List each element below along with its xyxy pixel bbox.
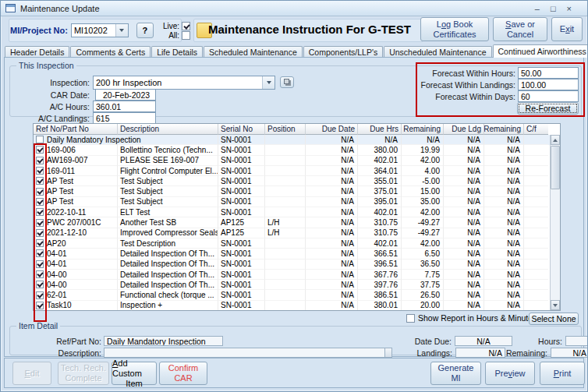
tab-components-llp-s[interactable]: Components/LLP's [303,46,383,58]
table-row[interactable]: AP TestTest SubjectSN-0001N/A375.0115.00… [34,186,550,196]
cell-rem_hrs: 37.75 [402,280,444,290]
scroll-down-icon[interactable] [551,300,560,310]
close-icon[interactable]: × [567,2,572,16]
print-button[interactable]: Print [540,362,585,385]
row-checkbox[interactable] [36,167,44,175]
restore-icon[interactable]: □ [551,2,556,16]
scrollbar-thumb[interactable] [551,146,560,189]
table-row[interactable]: PWC 207/001CAnother Test SBAP125L/HN/A31… [34,217,550,228]
row-checkbox[interactable] [36,177,44,185]
add-custom-item-button[interactable]: Add Custom Item [112,362,157,385]
column-header[interactable]: Ref No/Part No [34,124,118,135]
cell-serial: SN-0001 [218,186,265,196]
table-row[interactable]: Daily Mandatory InspectionSN-0001N/AN/AN… [34,135,550,145]
cell-serial: SN-0001 [218,207,265,217]
tab-scheduled-maintenance[interactable]: Scheduled Maintenance [204,46,303,58]
row-checkbox[interactable] [36,302,44,309]
cell-desc: Detailed Inspection Of Th... [118,249,218,259]
row-checkbox[interactable] [36,249,44,257]
description-expand-icon[interactable] [385,348,392,358]
all-checkbox[interactable] [182,31,190,40]
row-checkbox[interactable] [36,229,44,237]
table-row[interactable]: 169-006Bollettino Tecnico (Techn...SN-00… [34,145,550,155]
table-row[interactable]: 2021-12-10Improved Compressor SealsAP125… [34,228,550,238]
column-header[interactable]: Due Hrs [358,124,402,135]
table-row[interactable]: Task10Inspection +SN-0001N/A380.0120.00N… [34,301,550,310]
column-header[interactable]: Due Ldg [444,124,484,135]
table-row[interactable]: 04-01Detailed Inspection Of Th...SN-0001… [34,249,550,259]
mi-project-label: MI/Project No: [10,26,68,35]
cell-rem_ldg: N/A [484,145,524,155]
re-forecast-button[interactable]: Re-Forecast [517,102,579,115]
table-row[interactable]: 169-011Flight Control Computer El...SN-0… [34,166,550,176]
mi-project-combo[interactable]: MI10202 [71,23,129,37]
scroll-up-icon[interactable] [551,135,560,145]
mi-project-value: MI10202 [72,24,115,37]
table-row[interactable]: AP TestTest SubjectSN-0001N/A395.0135.00… [34,197,550,207]
live-checkbox[interactable] [182,22,190,30]
cell-cf [524,135,548,145]
tab-life-details[interactable]: Life Details [151,46,203,58]
exit-button[interactable]: Exit [551,17,583,41]
tab-header-details[interactable]: Header Details [5,46,69,58]
inspection-combo[interactable]: 200 hr Inspection [93,76,275,90]
row-checkbox[interactable] [36,291,44,299]
row-checkbox[interactable] [36,136,44,143]
table-row[interactable]: AP20Test DescriptionSN-0001N/A402.0142.0… [34,238,550,249]
column-header[interactable]: Remaining [402,124,444,135]
forecast-landings-field[interactable]: 100.00 [518,79,579,90]
column-header[interactable]: Position [265,124,306,135]
inspection-list-icon[interactable] [280,76,294,88]
chevron-down-icon[interactable] [115,24,128,37]
row-checkbox[interactable] [36,208,44,216]
chevron-down-icon[interactable] [262,76,275,89]
description-field[interactable] [104,348,385,358]
cell-serial: AP125 [218,228,265,238]
window-title: Maintenance Update [20,4,100,13]
row-checkbox[interactable] [36,239,44,247]
column-header[interactable]: Remaining [484,124,524,135]
row-checkbox[interactable] [36,198,44,206]
forecast-hours-field[interactable]: 50.00 [518,67,579,79]
tab-unscheduled-maintenance[interactable]: Unscheduled Maintenance [384,46,491,58]
save-or-cancel-button[interactable]: Save or Cancel [493,17,547,41]
preview-button[interactable]: Preview [485,362,535,385]
column-header[interactable]: C/f [524,124,548,135]
column-header[interactable]: Description [118,124,218,135]
row-checkbox[interactable] [36,281,44,288]
table-row[interactable]: 2022-10-11ELT TestSN-0001N/A402.0142.00N… [34,207,550,217]
ac-hours-field[interactable]: 360.01 [93,101,156,112]
cell-serial: SN-0001 [218,176,265,186]
ac-landings-field[interactable]: 615 [93,112,156,124]
cell-pos [265,207,306,217]
row-checkbox[interactable] [36,219,44,227]
confirm-car-button[interactable]: ConfirmCAR [159,362,207,385]
minimize-icon[interactable]: – [535,2,540,16]
row-checkbox[interactable] [36,188,44,196]
row-checkbox[interactable] [36,260,44,268]
column-header[interactable]: Due Date [306,124,358,135]
generate-mi-button[interactable]: GenerateMI [430,362,481,385]
forecast-days-field[interactable]: 60 [518,90,579,102]
hours-field: N/A [565,336,588,346]
help-button[interactable]: ? [136,23,154,38]
row-checkbox[interactable] [36,146,44,154]
tab-continued-airworthiness-requirements[interactable]: Continued Airworthiness Requirements [493,44,588,58]
cell-rem_hrs: 7.75 [402,270,444,280]
table-row[interactable]: 04-00Detailed Inspection Of Th...SN-0001… [34,270,550,280]
cell-pos [265,238,306,249]
tab-comments-certs[interactable]: Comments & Certs [70,46,151,58]
table-row[interactable]: AW169-007PLEASE SEE 169-007SN-0001N/A402… [34,156,550,166]
table-row[interactable]: 04-00Detailed Inspection Of Th...SN-0001… [34,280,550,290]
row-checkbox[interactable] [36,157,44,164]
forecast-annotation-box: Forecast Within Hours: 50.00 Forecast Wi… [416,62,585,117]
table-scrollbar[interactable] [550,135,560,310]
log-book-certificates-button[interactable]: Log Book Certificates [420,17,489,41]
table-row[interactable]: 04-01Detailed Inspection Of Th...SN-0001… [34,260,550,270]
table-row[interactable]: 62-01Functional check (torque ...SN-0001… [34,290,550,300]
car-date-field[interactable]: 20-Feb-2023 [95,89,156,101]
cell-cf [524,238,548,249]
table-row[interactable]: AP TestTest SubjectSN-0001N/A355.01-5.00… [34,176,550,186]
column-header[interactable]: Serial No [218,124,265,135]
row-checkbox[interactable] [36,270,44,278]
